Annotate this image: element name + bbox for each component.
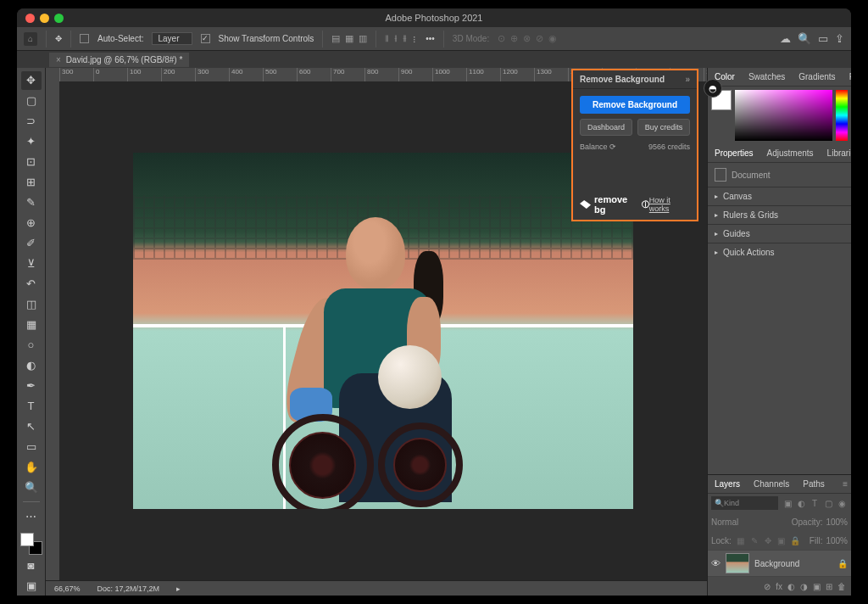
workspace-icon[interactable]: ▭ [818, 32, 828, 45]
tab-label: David.jpg @ 66,7% (RGB/8#) * [66, 55, 182, 64]
quickmask-tool[interactable]: ◙ [21, 556, 42, 575]
delete-icon[interactable]: 🗑 [837, 582, 846, 591]
home-icon[interactable]: ⌂ [24, 32, 37, 46]
more-icon[interactable]: ••• [426, 34, 435, 43]
distribute-icons[interactable]: ⫴⫲⫵⫶ [385, 33, 417, 44]
zoom-level[interactable]: 66,67% [54, 584, 81, 593]
share-icon[interactable]: ⇪ [835, 32, 844, 45]
shape-tool[interactable]: ▭ [21, 437, 42, 456]
wand-tool[interactable]: ✦ [21, 132, 42, 151]
edit-toolbar-icon[interactable]: ⋯ [21, 507, 42, 526]
mask-icon[interactable]: ◐ [787, 582, 795, 591]
adjustment-icon[interactable]: ◑ [800, 582, 808, 591]
pen-tool[interactable]: ✒ [21, 376, 42, 394]
auto-select-dropdown[interactable]: Layer [152, 32, 192, 45]
plugin-icon[interactable]: ◓ [704, 79, 722, 98]
properties-panel-tabs: Properties Adjustments Libraries [708, 144, 851, 163]
lock-label: Lock: [711, 536, 732, 545]
properties-doc-row: Document [708, 163, 851, 187]
plugin-header: Remove Background » [573, 70, 697, 89]
eraser-tool[interactable]: ◫ [21, 294, 42, 313]
removebg-logo: remove bgⓘ [580, 194, 649, 215]
tab-paths[interactable]: Paths [799, 478, 828, 490]
plugin-title: Remove Background [580, 75, 665, 84]
zoom-tool[interactable]: 🔍 [21, 478, 42, 496]
foreground-color[interactable] [20, 533, 34, 546]
tab-channels[interactable]: Channels [750, 478, 793, 490]
color-picker[interactable] [708, 87, 851, 144]
path-tool[interactable]: ↖ [21, 417, 42, 435]
search-icon[interactable]: 🔍 [798, 32, 811, 45]
fx-icon[interactable]: fx [776, 582, 782, 591]
layers-panel: Layers Channels Paths ≡ 🔍 Kind ▣◐T▢◉ Nor… [708, 474, 851, 596]
document-label: Document [732, 171, 771, 180]
tab-libraries[interactable]: Libraries [824, 147, 851, 159]
visibility-icon[interactable]: 👁 [711, 558, 721, 568]
accord-quick-actions[interactable]: Quick Actions [708, 243, 851, 261]
document-tab[interactable]: × David.jpg @ 66,7% (RGB/8#) * [49, 53, 189, 67]
close-tab-icon[interactable]: × [56, 55, 61, 64]
accord-rulers[interactable]: Rulers & Grids [708, 205, 851, 224]
crop-tool[interactable]: ⊡ [21, 153, 42, 171]
tab-patterns[interactable]: Patterns [846, 70, 851, 83]
gradient-tool[interactable]: ▦ [21, 315, 42, 333]
eyedropper-tool[interactable]: ✎ [21, 193, 42, 212]
blur-tool[interactable]: ○ [21, 335, 42, 354]
lasso-tool[interactable]: ⊃ [21, 112, 42, 131]
layer-name[interactable]: Background [754, 559, 799, 568]
brush-tool[interactable]: ✐ [21, 234, 42, 253]
align-icons[interactable]: ▤▦▥ [331, 33, 367, 44]
move-tool[interactable]: ✥ [21, 71, 42, 90]
tab-properties[interactable]: Properties [711, 147, 757, 159]
stamp-tool[interactable]: ⊻ [21, 254, 42, 273]
hue-slider[interactable] [836, 90, 848, 141]
opacity-label: Opacity: [792, 517, 823, 527]
layers-footer: ⊘ fx ◐ ◑ ▣ ⊞ 🗑 [708, 577, 851, 596]
type-tool[interactable]: T [21, 396, 42, 415]
blend-mode-select[interactable]: Normal [711, 517, 738, 527]
color-field[interactable] [735, 90, 832, 141]
dashboard-button[interactable]: Dashboard [580, 119, 632, 136]
doc-size: Doc: 17,2M/17,2M [97, 584, 160, 593]
app-window: Adobe Photoshop 2021 ⌂ ✥ Auto-Select: La… [17, 8, 851, 596]
document-icon [715, 168, 726, 182]
balance-label: Balance ⟳ [580, 143, 616, 151]
new-layer-icon[interactable]: ⊞ [826, 582, 832, 591]
accord-canvas[interactable]: Canvas [708, 187, 851, 205]
fill-value[interactable]: 100% [826, 536, 848, 545]
panel-menu-icon[interactable]: ≡ [843, 479, 848, 489]
auto-select-checkbox[interactable] [80, 34, 89, 43]
tab-layers[interactable]: Layers [711, 478, 743, 490]
buy-credits-button[interactable]: Buy credits [637, 119, 690, 136]
tab-swatches[interactable]: Swatches [745, 70, 788, 83]
collapse-icon[interactable]: » [685, 75, 690, 84]
heal-tool[interactable]: ⊕ [21, 214, 42, 232]
hand-tool[interactable]: ✋ [21, 457, 42, 476]
layer-filter-icons[interactable]: ▣◐T▢◉ [782, 499, 848, 508]
tab-adjustments[interactable]: Adjustments [764, 147, 817, 159]
layer-filter[interactable]: 🔍 Kind [711, 496, 778, 510]
opacity-value[interactable]: 100% [826, 517, 848, 527]
group-icon[interactable]: ▣ [813, 582, 821, 591]
tab-gradients[interactable]: Gradients [795, 70, 838, 83]
accord-guides[interactable]: Guides [708, 224, 851, 243]
dodge-tool[interactable]: ◐ [21, 355, 42, 374]
show-transform-checkbox[interactable] [201, 34, 210, 43]
lock-icons[interactable]: ▦✎✥▣🔒 [735, 536, 801, 545]
link-icon[interactable]: ⊘ [764, 582, 771, 591]
cloud-icon[interactable]: ☁ [780, 32, 791, 45]
screenmode-tool[interactable]: ▣ [21, 577, 42, 596]
3d-icons: ⊙⊕⊗⊘◉ [498, 33, 557, 44]
color-swatches[interactable] [20, 533, 42, 555]
lock-icon[interactable]: 🔒 [837, 559, 848, 568]
history-brush-tool[interactable]: ↶ [21, 275, 42, 294]
titlebar: Adobe Photoshop 2021 [17, 8, 851, 27]
frame-tool[interactable]: ⊞ [21, 173, 42, 192]
document-tabs: × David.jpg @ 66,7% (RGB/8#) * [17, 51, 851, 68]
status-chevron-icon[interactable]: ▸ [176, 584, 181, 593]
auto-select-label: Auto-Select: [97, 34, 143, 43]
how-it-works-link[interactable]: How it works [649, 196, 690, 213]
remove-background-button[interactable]: Remove Background [580, 96, 690, 114]
marquee-tool[interactable]: ▢ [21, 92, 42, 110]
layer-row[interactable]: 👁 Background 🔒 [708, 550, 851, 577]
